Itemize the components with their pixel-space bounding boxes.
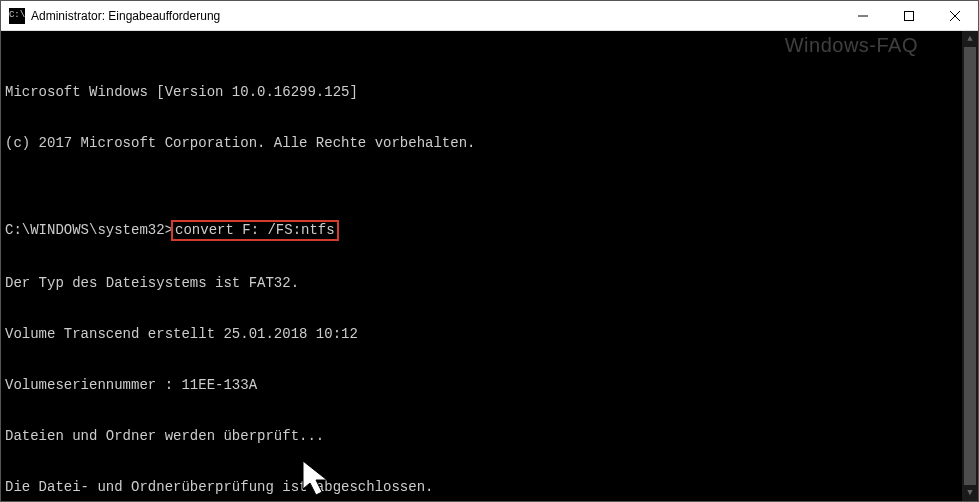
maximize-icon xyxy=(904,11,914,21)
output-line: Die Datei- und Ordnerüberprüfung ist abg… xyxy=(5,479,974,496)
window-title: Administrator: Eingabeaufforderung xyxy=(31,9,840,23)
vertical-scrollbar[interactable]: ▲ ▼ xyxy=(962,31,978,501)
minimize-icon xyxy=(858,11,868,21)
svg-rect-1 xyxy=(905,11,914,20)
output-line: Volumeseriennummer : 11EE-133A xyxy=(5,377,974,394)
output-line: Dateien und Ordner werden überprüft... xyxy=(5,428,974,445)
minimize-button[interactable] xyxy=(840,1,886,30)
prompt-path: C:\WINDOWS\system32> xyxy=(5,222,173,238)
close-button[interactable] xyxy=(932,1,978,30)
titlebar[interactable]: C:\ Administrator: Eingabeaufforderung xyxy=(1,1,978,31)
output-line: Microsoft Windows [Version 10.0.16299.12… xyxy=(5,84,974,101)
output-line: Der Typ des Dateisystems ist FAT32. xyxy=(5,275,974,292)
window-controls xyxy=(840,1,978,30)
cmd-icon-label: C:\ xyxy=(9,11,25,20)
terminal-area[interactable]: Windows-FAQ Microsoft Windows [Version 1… xyxy=(1,31,978,501)
scroll-down-arrow-icon[interactable]: ▼ xyxy=(962,485,978,501)
scrollbar-thumb[interactable] xyxy=(964,47,976,485)
scroll-up-arrow-icon[interactable]: ▲ xyxy=(962,31,978,47)
watermark-text: Windows-FAQ xyxy=(785,37,918,54)
maximize-button[interactable] xyxy=(886,1,932,30)
command-highlight: convert F: /FS:ntfs xyxy=(171,220,339,241)
output-line: (c) 2017 Microsoft Corporation. Alle Rec… xyxy=(5,135,974,152)
close-icon xyxy=(950,11,960,21)
cmd-icon: C:\ xyxy=(9,8,25,24)
output-line: Volume Transcend erstellt 25.01.2018 10:… xyxy=(5,326,974,343)
command-prompt-window: C:\ Administrator: Eingabeaufforderung W… xyxy=(0,0,979,502)
prompt-line: C:\WINDOWS\system32>convert F: /FS:ntfs xyxy=(5,220,974,241)
